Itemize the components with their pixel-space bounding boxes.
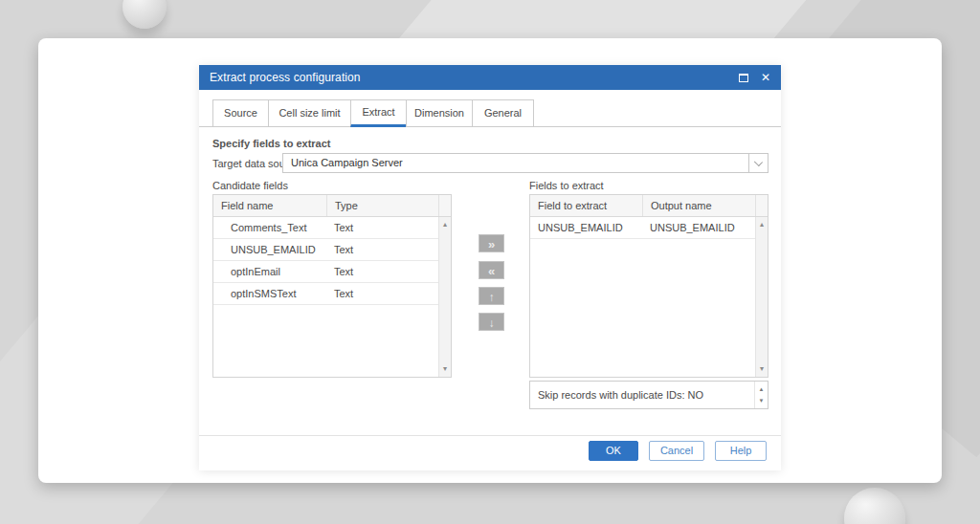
cancel-button[interactable]: Cancel xyxy=(649,441,704,461)
double-arrow-right-icon: » xyxy=(488,237,495,251)
arrow-up-icon: ↑ xyxy=(489,291,495,304)
cell-type: Text xyxy=(326,217,451,238)
table-header: Field name Type xyxy=(213,195,451,217)
candidate-fields-label: Candidate fields xyxy=(212,180,288,191)
dialog-titlebar: Extract process configuration ✕ xyxy=(199,65,781,90)
fields-to-extract-table: Field to extract Output name UNSUB_EMAIL… xyxy=(529,194,768,378)
app-window: Extract process configuration ✕ Source C… xyxy=(38,38,942,483)
fields-to-extract-label: Fields to extract xyxy=(529,180,604,191)
cell-type: Text xyxy=(326,239,451,260)
tab-source[interactable]: Source xyxy=(212,99,269,127)
cell-output-name: UNSUB_EMAILID xyxy=(642,217,768,238)
window-controls: ✕ xyxy=(739,72,770,83)
tab-dimension[interactable]: Dimension xyxy=(406,99,473,127)
section-heading: Specify fields to extract xyxy=(212,138,331,149)
table-row[interactable]: optInSMSText Text xyxy=(213,283,451,305)
table-row[interactable]: Comments_Text Text xyxy=(213,217,451,239)
vertical-scrollbar[interactable]: ▴ ▾ xyxy=(755,217,768,377)
cell-field-name: optInEmail xyxy=(213,261,326,282)
scroll-down-icon[interactable]: ▾ xyxy=(439,365,451,373)
spinner-up-icon[interactable]: ▲ xyxy=(755,386,768,392)
column-header-type: Type xyxy=(326,195,438,216)
spinner-control[interactable]: ▲ ▼ xyxy=(754,382,768,408)
move-all-left-button[interactable]: « xyxy=(479,261,504,279)
vertical-scrollbar[interactable]: ▴ ▾ xyxy=(438,217,451,377)
table-header: Field to extract Output name xyxy=(530,195,768,217)
spinner-down-icon[interactable]: ▼ xyxy=(755,398,768,404)
cell-field-name: UNSUB_EMAILID xyxy=(213,239,326,260)
column-header-output-name: Output name xyxy=(642,195,755,216)
move-all-right-button[interactable]: » xyxy=(479,234,504,252)
move-down-button[interactable]: ↓ xyxy=(479,313,504,331)
scroll-up-icon[interactable]: ▴ xyxy=(756,221,768,229)
skip-duplicate-ids-field[interactable]: Skip records with duplicate IDs: NO ▲ ▼ xyxy=(529,381,768,409)
table-row[interactable]: UNSUB_EMAILID UNSUB_EMAILID xyxy=(530,217,768,239)
cell-field-name: optInSMSText xyxy=(213,283,326,304)
skip-duplicate-ids-value: Skip records with duplicate IDs: NO xyxy=(530,382,768,408)
close-icon[interactable]: ✕ xyxy=(761,72,770,83)
cell-type: Text xyxy=(326,283,451,304)
arrow-down-icon: ↓ xyxy=(489,317,495,330)
tab-general[interactable]: General xyxy=(472,99,534,127)
help-button[interactable]: Help xyxy=(715,441,767,461)
maximize-icon[interactable] xyxy=(739,74,748,82)
table-body: Comments_Text Text UNSUB_EMAILID Text op… xyxy=(213,217,451,377)
scrollbar-header-cell xyxy=(438,195,451,216)
column-header-field-name: Field name xyxy=(213,195,326,216)
candidate-fields-table: Field name Type Comments_Text Text UNSUB… xyxy=(212,194,452,378)
double-arrow-left-icon: « xyxy=(488,264,495,278)
table-row[interactable]: optInEmail Text xyxy=(213,261,451,283)
column-header-field-to-extract: Field to extract xyxy=(530,195,642,216)
footer-divider xyxy=(199,435,781,436)
decorative-sphere xyxy=(844,488,905,524)
cell-type: Text xyxy=(326,261,451,282)
table-row[interactable]: UNSUB_EMAILID Text xyxy=(213,239,451,261)
cell-field-name: Comments_Text xyxy=(213,217,326,238)
select-dropdown-button[interactable] xyxy=(748,153,768,173)
scrollbar-header-cell xyxy=(755,195,768,216)
extract-process-config-dialog: Extract process configuration ✕ Source C… xyxy=(199,65,781,470)
move-up-button[interactable]: ↑ xyxy=(479,287,504,305)
ok-button[interactable]: OK xyxy=(589,441,638,461)
dialog-title: Extract process configuration xyxy=(210,71,361,84)
target-data-source-select[interactable]: Unica Campaign Server xyxy=(282,153,749,173)
scroll-down-icon[interactable]: ▾ xyxy=(756,365,768,373)
tab-extract[interactable]: Extract xyxy=(350,99,407,127)
scroll-up-icon[interactable]: ▴ xyxy=(439,221,451,229)
decorative-sphere xyxy=(122,0,167,29)
tab-bar: Source Cell size limit Extract Dimension… xyxy=(212,99,533,127)
cell-field-to-extract: UNSUB_EMAILID xyxy=(530,217,642,238)
table-body: UNSUB_EMAILID UNSUB_EMAILID ▴ ▾ xyxy=(530,217,768,377)
chevron-down-icon xyxy=(754,158,763,166)
target-data-source-value: Unica Campaign Server xyxy=(291,157,403,168)
tab-cell-size-limit[interactable]: Cell size limit xyxy=(268,99,351,127)
